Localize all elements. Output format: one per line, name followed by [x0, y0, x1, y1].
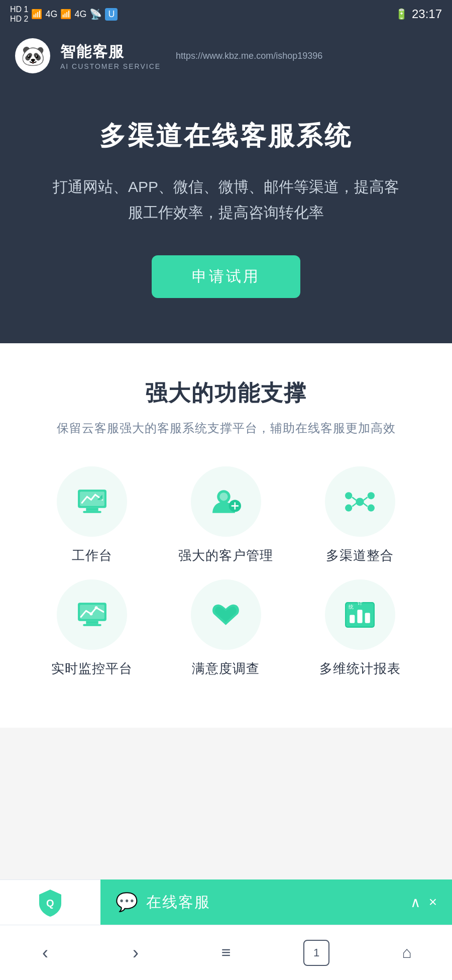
panda-icon: 🐼 [21, 45, 45, 67]
4g-label2: 4G [74, 9, 86, 20]
features-section: 强大的功能支撑 保留云客服强大的客服系统支撑平台，辅助在线客服更加高效 工作台 [0, 343, 452, 728]
4g-label1: 4G [45, 9, 57, 20]
svg-point-23 [89, 612, 92, 615]
svg-text:Q: Q [46, 898, 54, 909]
chat-controls: ∧ × [410, 894, 437, 911]
svg-rect-20 [86, 621, 98, 624]
chat-label-text: 在线客服 [146, 892, 402, 913]
feature-multichannel: 多渠道整合 [298, 466, 422, 564]
collapse-button[interactable]: ∧ [410, 894, 421, 911]
back-button[interactable]: ‹ [20, 935, 70, 970]
feature-icon-bg-multichannel [325, 466, 395, 537]
status-bar: HD 1 HD 2 📶 4G 📶 4G 📡 U 🔋 23:17 [0, 0, 452, 28]
svg-point-11 [345, 492, 352, 499]
svg-rect-21 [83, 624, 101, 626]
monitor-icon [76, 485, 108, 518]
forward-icon: › [133, 942, 139, 963]
svg-rect-27 [358, 610, 363, 623]
tabs-count: 1 [313, 946, 319, 959]
svg-point-12 [368, 492, 375, 499]
feature-label-customer: 强大的客户管理 [178, 547, 273, 564]
feature-icon-bg-statistics: 统 计 [325, 579, 395, 650]
wifi-icon: 📡 [89, 8, 102, 20]
customer-icon [209, 485, 242, 518]
feature-label-monitor: 实时监控平台 [51, 660, 133, 677]
feature-icon-bg-monitor [57, 579, 127, 650]
tabs-button[interactable]: 1 [291, 935, 342, 970]
svg-text:计: 计 [358, 600, 363, 606]
nav-bar: 🐼 智能客服 AI CUSTOMER SERVICE https://www.k… [0, 28, 452, 83]
apply-trial-button[interactable]: 申请试用 [152, 255, 300, 298]
time-display: 23:17 [412, 7, 442, 21]
tabs-badge: 1 [303, 940, 329, 966]
monitor-chart-icon [76, 599, 108, 631]
forward-button[interactable]: › [110, 935, 161, 970]
shield-icon: Q [35, 888, 65, 918]
svg-point-14 [368, 504, 375, 511]
feature-statistics: 统 计 多维统计报表 [298, 579, 422, 677]
network-icon [344, 485, 376, 518]
svg-point-10 [356, 498, 364, 506]
svg-line-18 [364, 503, 368, 506]
svg-rect-1 [86, 508, 98, 511]
status-bar-right: 🔋 23:17 [395, 7, 442, 21]
svg-line-15 [352, 497, 356, 500]
chat-bar-left-section: Q [0, 879, 100, 925]
features-desc: 保留云客服强大的客服系统支撑平台，辅助在线客服更加高效 [20, 420, 432, 436]
feature-realtime-monitor: 实时监控平台 [30, 579, 154, 677]
back-icon: ‹ [42, 942, 48, 963]
status-bar-left: HD 1 HD 2 📶 4G 📶 4G 📡 U [10, 5, 118, 24]
u-indicator: U [105, 8, 118, 21]
svg-point-6 [220, 493, 228, 501]
bar-chart-icon: 统 计 [344, 599, 376, 631]
chat-bubble-icon: 💬 [116, 892, 138, 913]
hd-indicator: HD 1 HD 2 [10, 5, 28, 24]
feature-grid: 工作台 强大的客户管理 [20, 466, 432, 708]
android-nav-bar: ‹ › ≡ 1 ⌂ [0, 925, 452, 980]
brand-sub-text: AI CUSTOMER SERVICE [60, 62, 161, 70]
feature-icon-bg-satisfaction [191, 579, 261, 650]
svg-line-17 [352, 503, 356, 506]
chat-bar-main-section[interactable]: 💬 在线客服 ∧ × [100, 879, 452, 925]
svg-point-24 [94, 606, 97, 609]
signal-icons2: 📶 [60, 9, 71, 20]
feature-customer-mgmt: 强大的客户管理 [164, 466, 288, 564]
hero-title: 多渠道在线客服系统 [25, 119, 427, 154]
features-title: 强大的功能支撑 [20, 378, 432, 408]
feature-label-workbench: 工作台 [72, 547, 112, 564]
feature-workbench: 工作台 [30, 466, 154, 564]
svg-line-16 [364, 497, 368, 500]
svg-point-13 [345, 504, 352, 511]
feature-label-satisfaction: 满意度调查 [192, 660, 260, 677]
feature-satisfaction: 满意度调查 [164, 579, 288, 677]
nav-url: https://www.kbz.me.com/ishop19396 [176, 51, 322, 61]
feature-icon-bg-workbench [57, 466, 127, 537]
home-button[interactable]: ⌂ [382, 935, 432, 970]
home-icon: ⌂ [402, 943, 411, 962]
feature-label-statistics: 多维统计报表 [319, 660, 401, 677]
brand-main-text: 智能客服 [60, 42, 161, 62]
hamburger-icon: ≡ [221, 943, 231, 962]
signal-icons: 📶 [31, 9, 42, 20]
menu-button[interactable]: ≡ [201, 935, 251, 970]
hero-description: 打通网站、APP、微信、微博、邮件等渠道，提高客服工作效率，提高咨询转化率 [50, 174, 402, 225]
heart-icon [209, 599, 242, 631]
feature-label-multichannel: 多渠道整合 [326, 547, 394, 564]
svg-text:统: 统 [349, 604, 354, 610]
nav-logo: 🐼 [15, 38, 50, 73]
nav-brand: 智能客服 AI CUSTOMER SERVICE [60, 42, 161, 70]
chat-bar: Q 💬 在线客服 ∧ × [0, 879, 452, 925]
svg-rect-26 [350, 615, 355, 623]
svg-rect-28 [365, 613, 370, 623]
hero-section: 多渠道在线客服系统 打通网站、APP、微信、微博、邮件等渠道，提高客服工作效率，… [0, 83, 452, 343]
battery-icon: 🔋 [395, 8, 408, 20]
svg-rect-2 [83, 511, 101, 513]
feature-icon-bg-customer [191, 466, 261, 537]
close-button[interactable]: × [429, 894, 437, 910]
